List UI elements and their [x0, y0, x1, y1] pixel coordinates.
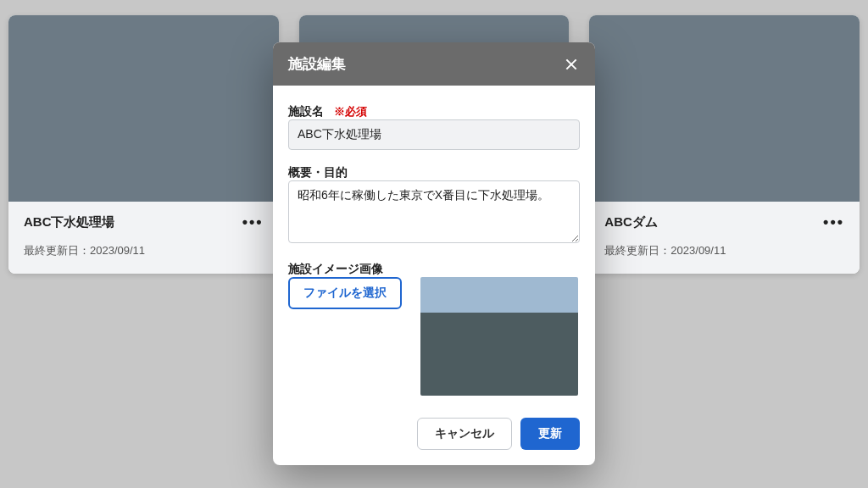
facility-updated: 最終更新日：2023/09/11 — [604, 243, 844, 258]
edit-facility-modal: 施設編集 施設名 ※必須 概要・目的 昭和6年に稼働した東京でX番目に下水処理場… — [273, 42, 595, 465]
facility-title: ABCダム — [604, 214, 658, 230]
facility-thumbnail — [8, 15, 279, 202]
facility-image-label: 施設イメージ画像 — [288, 262, 580, 277]
facility-desc-textarea[interactable]: 昭和6年に稼働した東京でX番目に下水処理場。 — [288, 180, 580, 243]
facility-name-field-group: 施設名 ※必須 — [288, 104, 580, 150]
modal-header: 施設編集 — [273, 42, 595, 86]
submit-button[interactable]: 更新 — [520, 418, 580, 450]
facility-name-label-row: 施設名 ※必須 — [288, 104, 580, 119]
modal-body: 施設名 ※必須 概要・目的 昭和6年に稼働した東京でX番目に下水処理場。 施設イ… — [273, 86, 595, 409]
required-mark: ※必須 — [334, 104, 367, 119]
facility-card[interactable]: ABC下水処理場 ••• 最終更新日：2023/09/11 — [8, 15, 279, 274]
facility-title: ABC下水処理場 — [24, 214, 115, 230]
facility-name-input[interactable] — [288, 119, 580, 150]
facility-card-body: ABC下水処理場 ••• 最終更新日：2023/09/11 — [8, 202, 279, 274]
choose-file-button[interactable]: ファイルを選択 — [288, 277, 402, 309]
facility-desc-field-group: 概要・目的 昭和6年に稼働した東京でX番目に下水処理場。 — [288, 165, 580, 247]
modal-title: 施設編集 — [288, 54, 346, 74]
facility-card[interactable]: ABCダム ••• 最終更新日：2023/09/11 — [589, 15, 860, 274]
facility-thumbnail — [589, 15, 860, 202]
facility-image-preview — [420, 277, 578, 396]
more-icon[interactable]: ••• — [823, 214, 844, 231]
facility-card-body: ABCダム ••• 最終更新日：2023/09/11 — [589, 202, 860, 274]
facility-name-label: 施設名 — [288, 104, 324, 119]
cancel-button[interactable]: キャンセル — [417, 418, 512, 450]
modal-footer: キャンセル 更新 — [273, 409, 595, 465]
more-icon[interactable]: ••• — [242, 214, 264, 231]
close-icon[interactable] — [563, 56, 580, 73]
facility-desc-label: 概要・目的 — [288, 165, 580, 180]
facility-updated: 最終更新日：2023/09/11 — [24, 243, 264, 258]
facility-image-field-group: 施設イメージ画像 ファイルを選択 — [288, 262, 580, 396]
